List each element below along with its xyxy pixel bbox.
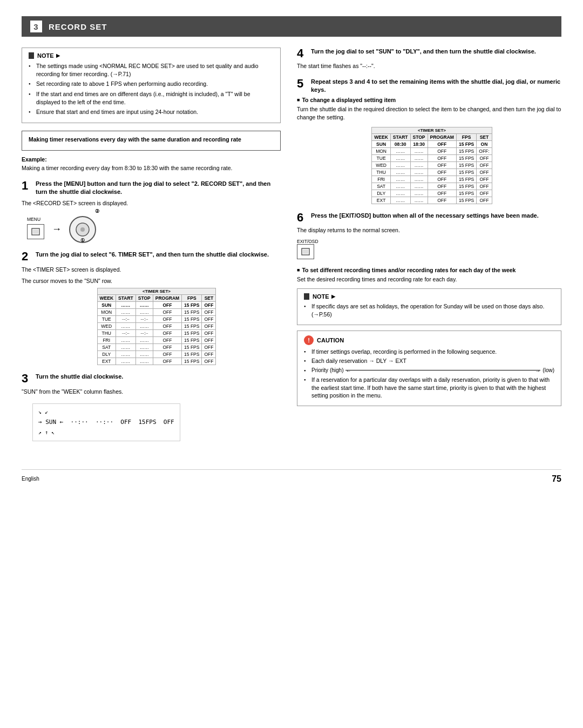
step5-cell-4-4: 15 FPS <box>456 168 476 176</box>
step5-cell-7-1: …… <box>390 190 410 197</box>
step2-cell-0-4: 15 FPS <box>182 302 202 309</box>
step2-cell-1-5: OFF <box>202 309 216 316</box>
step2-cell-7-5: OFF <box>202 351 216 358</box>
note2-label: NOTE <box>304 293 554 300</box>
step2-cell-6-4: 15 FPS <box>182 344 202 351</box>
step5-cell-3-5: OFF <box>477 161 492 168</box>
step-3-number: 3 <box>22 373 31 385</box>
step-2-body1: The <TIMER SET> screen is displayed. <box>22 266 281 274</box>
arrow-down-row: ↗ ↑ ↖ <box>38 428 174 437</box>
step5-cell-6-4: 15 FPS <box>456 183 476 190</box>
caution-item-1: If timer settings overlap, recording is … <box>304 348 554 356</box>
caution-icon: ! <box>304 335 314 345</box>
step2-cell-5-0: FRI <box>97 337 116 344</box>
step5-cell-6-3: OFF <box>428 183 456 190</box>
caution-header: ! CAUTION <box>304 335 554 345</box>
diff-rec-section: To set different recording times and/or … <box>297 267 561 284</box>
priority-row: Priority (high) ← → (low) <box>311 367 554 374</box>
step5-cell-0-1: 08:30 <box>390 140 410 147</box>
note-item-2: Set recording rate to above 1 FPS when p… <box>29 80 274 88</box>
step-3-title: Turn the shuttle dial clockwise. <box>36 373 123 381</box>
step2-cell-4-5: OFF <box>202 330 216 337</box>
caution-item-4: If a reservation for a particular day ov… <box>304 376 554 400</box>
col-set: SET <box>202 295 216 302</box>
step5-cell-1-4: 15 FPS <box>456 147 476 154</box>
step2-cell-3-4: 15 FPS <box>182 323 202 330</box>
step5-cell-8-0: EXT <box>372 197 391 204</box>
step5-cell-2-1: …… <box>390 154 410 161</box>
step1-arrow-icon: → <box>52 224 62 235</box>
header-number: 3 <box>30 21 42 32</box>
step5-cell-5-3: OFF <box>428 176 456 183</box>
step2-cell-2-1: ···:·· <box>116 316 136 323</box>
step2-cell-2-3: OFF <box>153 316 181 323</box>
step2-cell-6-0: SAT <box>97 344 116 351</box>
step5-cell-7-2: …… <box>410 190 428 197</box>
step5-cell-4-5: OFF <box>477 168 492 176</box>
s5-col-set: SET <box>477 133 492 140</box>
caution-priority-line: Priority (high) ← → (low) <box>304 367 554 374</box>
step2-cell-7-0: DLY <box>97 351 116 358</box>
step-5: 5 Repeat steps 3 and 4 to set the remain… <box>297 78 561 204</box>
step-4-number: 4 <box>297 48 307 59</box>
step-3-header: 3 Turn the shuttle dial clockwise. <box>22 373 281 385</box>
step5-cell-2-3: OFF <box>428 154 456 161</box>
step5-cell-5-0: FRI <box>372 176 391 183</box>
step5-cell-2-2: …… <box>410 154 428 161</box>
timer-box-title: Making timer reservations every day with… <box>29 136 274 144</box>
change-setting-title: To change a displayed setting item <box>297 97 561 103</box>
step5-cell-1-5: OFF: <box>477 147 492 154</box>
step2-cell-7-3: OFF <box>153 351 181 358</box>
step-2-title: Turn the jog dial to select "6. TIMER SE… <box>36 251 269 259</box>
step2-cell-5-5: OFF <box>202 337 216 344</box>
exit-btn[interactable] <box>297 244 314 259</box>
step-2-number: 2 <box>22 251 31 262</box>
step2-cell-1-3: OFF <box>153 309 181 316</box>
dial-circle: ① <box>69 216 96 243</box>
step2-cell-3-5: OFF <box>202 323 216 330</box>
note2-list: If specific days are set as holidays, th… <box>304 302 554 318</box>
page: 3 RECORD SET NOTE The settings made usin… <box>0 0 583 728</box>
step2-cell-4-1: ···:·· <box>116 330 136 337</box>
step2-cell-8-1: …… <box>116 358 136 365</box>
note2-item-1: If specific days are set as holidays, th… <box>304 302 554 318</box>
col-fps: FPS <box>182 295 202 302</box>
note-box-2: NOTE If specific days are set as holiday… <box>297 288 561 325</box>
s5-col-week: WEEK <box>372 133 391 140</box>
step2-cell-0-0: SUN <box>97 302 116 309</box>
right-column: 4 Turn the jog dial to set "SUN" to "DLY… <box>297 48 561 453</box>
step2-cell-8-3: OFF <box>153 358 181 365</box>
step5-cell-6-5: OFF <box>477 183 492 190</box>
change-setting-body: Turn the shuttle dial in the required di… <box>297 105 561 121</box>
step5-cell-8-3: OFF <box>428 197 456 204</box>
step2-cell-6-5: OFF <box>202 344 216 351</box>
step2-table-body: SUN…………OFF15 FPSOFFMON…………OFF15 FPSOFFTU… <box>97 302 216 365</box>
menu-btn <box>27 224 44 239</box>
col-start: START <box>116 295 136 302</box>
step-1-title: Press the [MENU] button and turn the jog… <box>36 180 281 197</box>
step2-cell-8-2: …… <box>135 358 153 365</box>
step-5-number: 5 <box>297 78 307 90</box>
step5-cell-6-2: …… <box>410 183 428 190</box>
step2-cell-1-2: …… <box>135 309 153 316</box>
step5-cell-8-4: 15 FPS <box>456 197 476 204</box>
priority-low: (low) <box>543 367 554 374</box>
step5-cell-1-3: OFF <box>428 147 456 154</box>
svg-rect-1 <box>33 230 38 234</box>
col-program: PROGRAM <box>153 295 181 302</box>
priority-high: Priority (high) <box>311 367 343 374</box>
step5-cell-3-0: WED <box>372 161 391 168</box>
svg-point-3 <box>80 227 85 232</box>
step5-cell-8-1: …… <box>390 197 410 204</box>
example-text: Making a timer recording every day from … <box>22 164 281 172</box>
step2-cell-5-1: …… <box>116 337 136 344</box>
step2-cell-3-1: …… <box>116 323 136 330</box>
step2-cell-6-1: …… <box>116 344 136 351</box>
step5-cell-0-3: OFF <box>428 140 456 147</box>
step5-cell-8-2: …… <box>410 197 428 204</box>
step5-cell-4-0: THU <box>372 168 391 176</box>
step5-cell-5-5: OFF <box>477 176 492 183</box>
step2-cell-4-3: OFF <box>153 330 181 337</box>
note-item-3: If the start and end times are on differ… <box>29 90 274 106</box>
step-3-body: "SUN" from the "WEEK" column flashes. <box>22 388 281 396</box>
